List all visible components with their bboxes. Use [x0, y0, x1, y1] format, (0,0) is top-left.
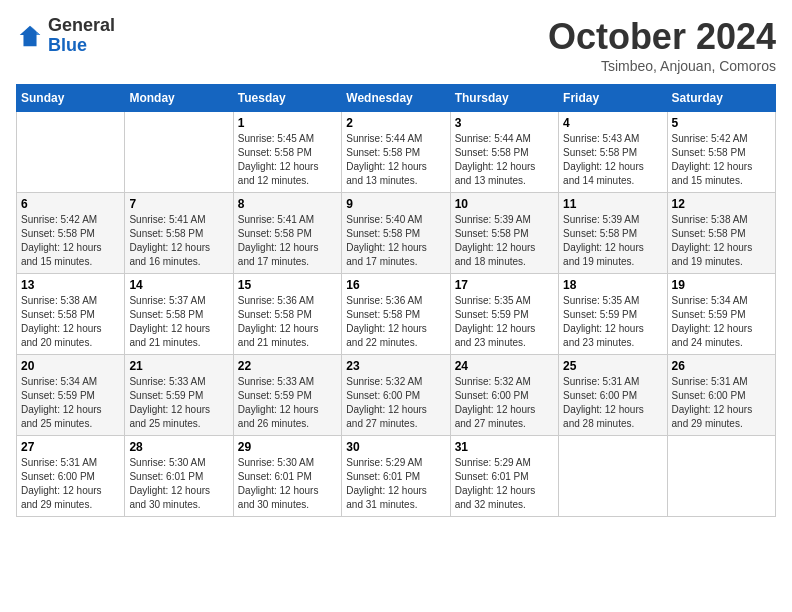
day-number: 5 — [672, 116, 771, 130]
logo-text: General Blue — [48, 16, 115, 56]
day-info: Sunrise: 5:41 AMSunset: 5:58 PMDaylight:… — [238, 213, 337, 269]
calendar-cell: 31Sunrise: 5:29 AMSunset: 6:01 PMDayligh… — [450, 436, 558, 517]
day-info: Sunrise: 5:29 AMSunset: 6:01 PMDaylight:… — [455, 456, 554, 512]
day-number: 31 — [455, 440, 554, 454]
day-info: Sunrise: 5:40 AMSunset: 5:58 PMDaylight:… — [346, 213, 445, 269]
day-number: 30 — [346, 440, 445, 454]
calendar-cell: 4Sunrise: 5:43 AMSunset: 5:58 PMDaylight… — [559, 112, 667, 193]
calendar-cell: 29Sunrise: 5:30 AMSunset: 6:01 PMDayligh… — [233, 436, 341, 517]
day-number: 28 — [129, 440, 228, 454]
day-info: Sunrise: 5:45 AMSunset: 5:58 PMDaylight:… — [238, 132, 337, 188]
calendar-cell — [667, 436, 775, 517]
page-header: General Blue October 2024 Tsimbeo, Anjou… — [16, 16, 776, 74]
day-number: 25 — [563, 359, 662, 373]
day-info: Sunrise: 5:33 AMSunset: 5:59 PMDaylight:… — [129, 375, 228, 431]
day-info: Sunrise: 5:42 AMSunset: 5:58 PMDaylight:… — [21, 213, 120, 269]
location: Tsimbeo, Anjouan, Comoros — [548, 58, 776, 74]
weekday-header-tuesday: Tuesday — [233, 85, 341, 112]
calendar-cell: 16Sunrise: 5:36 AMSunset: 5:58 PMDayligh… — [342, 274, 450, 355]
calendar-cell: 15Sunrise: 5:36 AMSunset: 5:58 PMDayligh… — [233, 274, 341, 355]
calendar-cell: 19Sunrise: 5:34 AMSunset: 5:59 PMDayligh… — [667, 274, 775, 355]
week-row-2: 6Sunrise: 5:42 AMSunset: 5:58 PMDaylight… — [17, 193, 776, 274]
day-number: 24 — [455, 359, 554, 373]
day-info: Sunrise: 5:44 AMSunset: 5:58 PMDaylight:… — [455, 132, 554, 188]
calendar-cell: 21Sunrise: 5:33 AMSunset: 5:59 PMDayligh… — [125, 355, 233, 436]
calendar-cell: 7Sunrise: 5:41 AMSunset: 5:58 PMDaylight… — [125, 193, 233, 274]
calendar-cell — [17, 112, 125, 193]
day-info: Sunrise: 5:39 AMSunset: 5:58 PMDaylight:… — [563, 213, 662, 269]
day-number: 23 — [346, 359, 445, 373]
day-number: 9 — [346, 197, 445, 211]
calendar-cell: 10Sunrise: 5:39 AMSunset: 5:58 PMDayligh… — [450, 193, 558, 274]
day-number: 21 — [129, 359, 228, 373]
calendar-cell: 27Sunrise: 5:31 AMSunset: 6:00 PMDayligh… — [17, 436, 125, 517]
day-info: Sunrise: 5:39 AMSunset: 5:58 PMDaylight:… — [455, 213, 554, 269]
day-number: 20 — [21, 359, 120, 373]
calendar-cell: 12Sunrise: 5:38 AMSunset: 5:58 PMDayligh… — [667, 193, 775, 274]
weekday-header-row: SundayMondayTuesdayWednesdayThursdayFrid… — [17, 85, 776, 112]
month-title: October 2024 — [548, 16, 776, 58]
day-number: 12 — [672, 197, 771, 211]
day-info: Sunrise: 5:32 AMSunset: 6:00 PMDaylight:… — [455, 375, 554, 431]
day-number: 6 — [21, 197, 120, 211]
calendar-cell: 1Sunrise: 5:45 AMSunset: 5:58 PMDaylight… — [233, 112, 341, 193]
day-info: Sunrise: 5:33 AMSunset: 5:59 PMDaylight:… — [238, 375, 337, 431]
day-info: Sunrise: 5:35 AMSunset: 5:59 PMDaylight:… — [455, 294, 554, 350]
week-row-1: 1Sunrise: 5:45 AMSunset: 5:58 PMDaylight… — [17, 112, 776, 193]
day-info: Sunrise: 5:31 AMSunset: 6:00 PMDaylight:… — [21, 456, 120, 512]
day-info: Sunrise: 5:34 AMSunset: 5:59 PMDaylight:… — [672, 294, 771, 350]
calendar-cell: 5Sunrise: 5:42 AMSunset: 5:58 PMDaylight… — [667, 112, 775, 193]
day-info: Sunrise: 5:31 AMSunset: 6:00 PMDaylight:… — [563, 375, 662, 431]
calendar-cell: 28Sunrise: 5:30 AMSunset: 6:01 PMDayligh… — [125, 436, 233, 517]
title-block: October 2024 Tsimbeo, Anjouan, Comoros — [548, 16, 776, 74]
day-number: 10 — [455, 197, 554, 211]
day-info: Sunrise: 5:31 AMSunset: 6:00 PMDaylight:… — [672, 375, 771, 431]
calendar-cell: 23Sunrise: 5:32 AMSunset: 6:00 PMDayligh… — [342, 355, 450, 436]
calendar-cell: 24Sunrise: 5:32 AMSunset: 6:00 PMDayligh… — [450, 355, 558, 436]
calendar-cell — [559, 436, 667, 517]
week-row-4: 20Sunrise: 5:34 AMSunset: 5:59 PMDayligh… — [17, 355, 776, 436]
calendar-cell: 17Sunrise: 5:35 AMSunset: 5:59 PMDayligh… — [450, 274, 558, 355]
day-number: 19 — [672, 278, 771, 292]
weekday-header-friday: Friday — [559, 85, 667, 112]
day-number: 17 — [455, 278, 554, 292]
weekday-header-sunday: Sunday — [17, 85, 125, 112]
calendar-cell: 2Sunrise: 5:44 AMSunset: 5:58 PMDaylight… — [342, 112, 450, 193]
day-info: Sunrise: 5:38 AMSunset: 5:58 PMDaylight:… — [672, 213, 771, 269]
day-number: 22 — [238, 359, 337, 373]
calendar-cell: 6Sunrise: 5:42 AMSunset: 5:58 PMDaylight… — [17, 193, 125, 274]
day-number: 8 — [238, 197, 337, 211]
weekday-header-saturday: Saturday — [667, 85, 775, 112]
logo-icon — [16, 22, 44, 50]
weekday-header-wednesday: Wednesday — [342, 85, 450, 112]
calendar-cell: 11Sunrise: 5:39 AMSunset: 5:58 PMDayligh… — [559, 193, 667, 274]
calendar-cell: 13Sunrise: 5:38 AMSunset: 5:58 PMDayligh… — [17, 274, 125, 355]
day-info: Sunrise: 5:29 AMSunset: 6:01 PMDaylight:… — [346, 456, 445, 512]
day-number: 27 — [21, 440, 120, 454]
day-info: Sunrise: 5:34 AMSunset: 5:59 PMDaylight:… — [21, 375, 120, 431]
day-number: 26 — [672, 359, 771, 373]
svg-marker-0 — [20, 26, 41, 47]
day-info: Sunrise: 5:38 AMSunset: 5:58 PMDaylight:… — [21, 294, 120, 350]
calendar-cell: 26Sunrise: 5:31 AMSunset: 6:00 PMDayligh… — [667, 355, 775, 436]
day-number: 13 — [21, 278, 120, 292]
day-info: Sunrise: 5:37 AMSunset: 5:58 PMDaylight:… — [129, 294, 228, 350]
day-number: 2 — [346, 116, 445, 130]
calendar-cell: 18Sunrise: 5:35 AMSunset: 5:59 PMDayligh… — [559, 274, 667, 355]
week-row-5: 27Sunrise: 5:31 AMSunset: 6:00 PMDayligh… — [17, 436, 776, 517]
day-info: Sunrise: 5:30 AMSunset: 6:01 PMDaylight:… — [129, 456, 228, 512]
day-number: 14 — [129, 278, 228, 292]
day-info: Sunrise: 5:41 AMSunset: 5:58 PMDaylight:… — [129, 213, 228, 269]
calendar-cell: 22Sunrise: 5:33 AMSunset: 5:59 PMDayligh… — [233, 355, 341, 436]
day-number: 11 — [563, 197, 662, 211]
calendar-cell: 14Sunrise: 5:37 AMSunset: 5:58 PMDayligh… — [125, 274, 233, 355]
day-number: 3 — [455, 116, 554, 130]
day-info: Sunrise: 5:32 AMSunset: 6:00 PMDaylight:… — [346, 375, 445, 431]
calendar-cell: 30Sunrise: 5:29 AMSunset: 6:01 PMDayligh… — [342, 436, 450, 517]
calendar-cell: 20Sunrise: 5:34 AMSunset: 5:59 PMDayligh… — [17, 355, 125, 436]
calendar-cell: 8Sunrise: 5:41 AMSunset: 5:58 PMDaylight… — [233, 193, 341, 274]
logo: General Blue — [16, 16, 115, 56]
day-info: Sunrise: 5:43 AMSunset: 5:58 PMDaylight:… — [563, 132, 662, 188]
day-number: 7 — [129, 197, 228, 211]
calendar-cell: 9Sunrise: 5:40 AMSunset: 5:58 PMDaylight… — [342, 193, 450, 274]
